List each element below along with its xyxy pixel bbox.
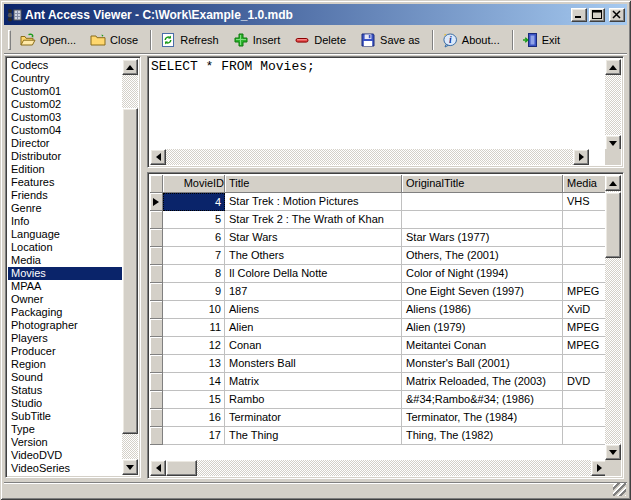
- row-selector[interactable]: [150, 427, 163, 445]
- cell-media[interactable]: [563, 409, 607, 427]
- close-button[interactable]: [609, 8, 625, 22]
- cell-movieid[interactable]: 14: [163, 373, 225, 391]
- sql-editor[interactable]: SELECT * FROM Movies;: [151, 59, 604, 148]
- cell-originaltitle[interactable]: [402, 211, 563, 229]
- scroll-right-button[interactable]: [573, 149, 589, 165]
- sidebar-item-movies[interactable]: Movies: [8, 267, 122, 280]
- cell-title[interactable]: Star Wars: [225, 229, 402, 247]
- open-button[interactable]: Open...: [16, 28, 82, 52]
- cell-title[interactable]: The Thing: [225, 427, 402, 445]
- sidebar-item-codecs[interactable]: Codecs: [8, 59, 122, 72]
- row-selector[interactable]: [150, 355, 163, 373]
- sql-vertical-scrollbar[interactable]: [605, 59, 621, 151]
- sidebar-item-status[interactable]: Status: [8, 384, 122, 397]
- cell-originaltitle[interactable]: Monster's Ball (2001): [402, 355, 563, 373]
- sidebar-item-distributor[interactable]: Distributor: [8, 150, 122, 163]
- sidebar-item-mpaa[interactable]: MPAA: [8, 280, 122, 293]
- table-row[interactable]: 8 Il Colore Della Notte Color of Night (…: [150, 265, 607, 283]
- cell-media[interactable]: [563, 265, 607, 283]
- sidebar-item-features[interactable]: Features: [8, 176, 122, 189]
- row-selector[interactable]: [150, 373, 163, 391]
- cell-title[interactable]: 187: [225, 283, 402, 301]
- cell-movieid[interactable]: 16: [163, 409, 225, 427]
- cell-originaltitle[interactable]: Terminator, The (1984): [402, 409, 563, 427]
- titlebar[interactable]: Ant Access Viewer - C:\Work\Example_1.0.…: [4, 4, 627, 25]
- sidebar-item-friends[interactable]: Friends: [8, 189, 122, 202]
- cell-movieid[interactable]: 10: [163, 301, 225, 319]
- resize-grip-icon[interactable]: [613, 483, 626, 496]
- scroll-up-button[interactable]: [605, 59, 621, 75]
- row-selector[interactable]: [150, 211, 163, 229]
- scroll-left-button[interactable]: [150, 149, 166, 165]
- scrollbar-track[interactable]: [605, 75, 621, 135]
- about-button[interactable]: i About...: [438, 28, 506, 52]
- cell-media[interactable]: [563, 229, 607, 247]
- cell-title[interactable]: Star Trek : Motion Pictures: [225, 193, 402, 211]
- cell-movieid[interactable]: 9: [163, 283, 225, 301]
- refresh-button[interactable]: Refresh: [156, 28, 225, 52]
- cell-title[interactable]: Monsters Ball: [225, 355, 402, 373]
- cell-movieid[interactable]: 8: [163, 265, 225, 283]
- cell-movieid[interactable]: 12: [163, 337, 225, 355]
- exit-button[interactable]: Exit: [518, 28, 566, 52]
- close-file-button[interactable]: Close: [86, 28, 144, 52]
- cell-originaltitle[interactable]: Meitantei Conan: [402, 337, 563, 355]
- table-row[interactable]: 13 Monsters Ball Monster's Ball (2001): [150, 355, 607, 373]
- sidebar-item-sound[interactable]: Sound: [8, 371, 122, 384]
- sql-horizontal-scrollbar[interactable]: [150, 149, 589, 165]
- cell-movieid[interactable]: 5: [163, 211, 225, 229]
- sidebar-item-version[interactable]: Version: [8, 436, 122, 449]
- row-selector[interactable]: [150, 283, 163, 301]
- cell-movieid[interactable]: 15: [163, 391, 225, 409]
- delete-button[interactable]: Delete: [290, 28, 352, 52]
- maximize-button[interactable]: [589, 8, 605, 22]
- save-as-button[interactable]: Save as: [356, 28, 426, 52]
- sidebar-item-custom03[interactable]: Custom03: [8, 111, 122, 124]
- sidebar-item-photographer[interactable]: Photographer: [8, 319, 122, 332]
- cell-originaltitle[interactable]: Color of Night (1994): [402, 265, 563, 283]
- sidebar-item-players[interactable]: Players: [8, 332, 122, 345]
- cell-movieid[interactable]: 4: [163, 193, 225, 211]
- column-header-movieid[interactable]: MovieID: [163, 175, 225, 193]
- sidebar-item-country[interactable]: Country: [8, 72, 122, 85]
- sidebar-item-genre[interactable]: Genre: [8, 202, 122, 215]
- sidebar-item-media[interactable]: Media: [8, 254, 122, 267]
- cell-media[interactable]: [563, 427, 607, 445]
- cell-movieid[interactable]: 13: [163, 355, 225, 373]
- scrollbar-thumb[interactable]: [166, 460, 197, 476]
- cell-originaltitle[interactable]: Others, The (2001): [402, 247, 563, 265]
- cell-movieid[interactable]: 6: [163, 229, 225, 247]
- row-selector[interactable]: [150, 193, 163, 211]
- cell-media[interactable]: [563, 355, 607, 373]
- sidebar-item-studio[interactable]: Studio: [8, 397, 122, 410]
- cell-title[interactable]: Alien: [225, 319, 402, 337]
- cell-title[interactable]: Terminator: [225, 409, 402, 427]
- row-selector[interactable]: [150, 265, 163, 283]
- cell-movieid[interactable]: 7: [163, 247, 225, 265]
- cell-media[interactable]: MPEG: [563, 283, 607, 301]
- cell-originaltitle[interactable]: Aliens (1986): [402, 301, 563, 319]
- cell-title[interactable]: Conan: [225, 337, 402, 355]
- cell-media[interactable]: [563, 247, 607, 265]
- sidebar-item-custom02[interactable]: Custom02: [8, 98, 122, 111]
- scroll-up-button[interactable]: [122, 59, 138, 75]
- sidebar-item-info[interactable]: Info: [8, 215, 122, 228]
- cell-media[interactable]: [563, 391, 607, 409]
- grid-vertical-scrollbar[interactable]: [605, 175, 621, 460]
- cell-media[interactable]: [563, 211, 607, 229]
- grid-horizontal-scrollbar[interactable]: [150, 460, 607, 476]
- cell-title[interactable]: Aliens: [225, 301, 402, 319]
- scroll-down-button[interactable]: [605, 444, 621, 460]
- column-header-title[interactable]: Title: [225, 175, 402, 193]
- select-all-stub[interactable]: [150, 175, 163, 193]
- table-row[interactable]: 4 Star Trek : Motion Pictures VHS: [150, 193, 607, 211]
- scrollbar-thumb[interactable]: [122, 108, 138, 434]
- cell-title[interactable]: Matrix: [225, 373, 402, 391]
- scrollbar-thumb[interactable]: [605, 192, 621, 258]
- cell-title[interactable]: The Others: [225, 247, 402, 265]
- sidebar-item-custom04[interactable]: Custom04: [8, 124, 122, 137]
- sidebar-item-type[interactable]: Type: [8, 423, 122, 436]
- sidebar-item-videoseries[interactable]: VideoSeries: [8, 462, 122, 475]
- table-row[interactable]: 6 Star Wars Star Wars (1977): [150, 229, 607, 247]
- sidebar-item-location[interactable]: Location: [8, 241, 122, 254]
